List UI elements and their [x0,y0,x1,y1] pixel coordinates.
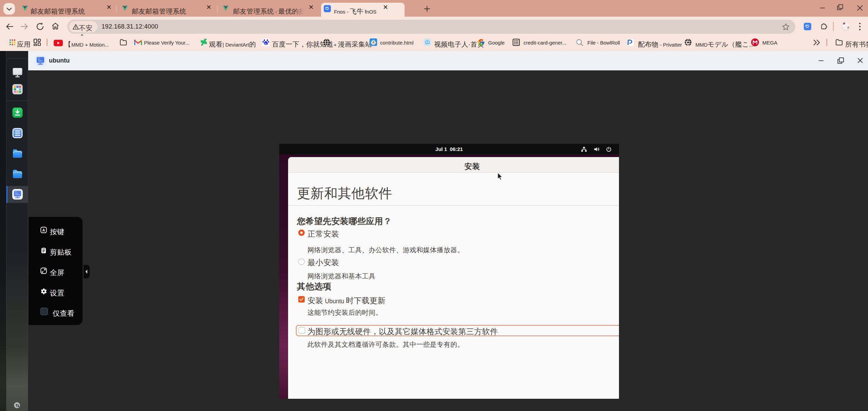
svg-text:A: A [42,228,45,232]
svg-text:du: du [264,42,267,45]
